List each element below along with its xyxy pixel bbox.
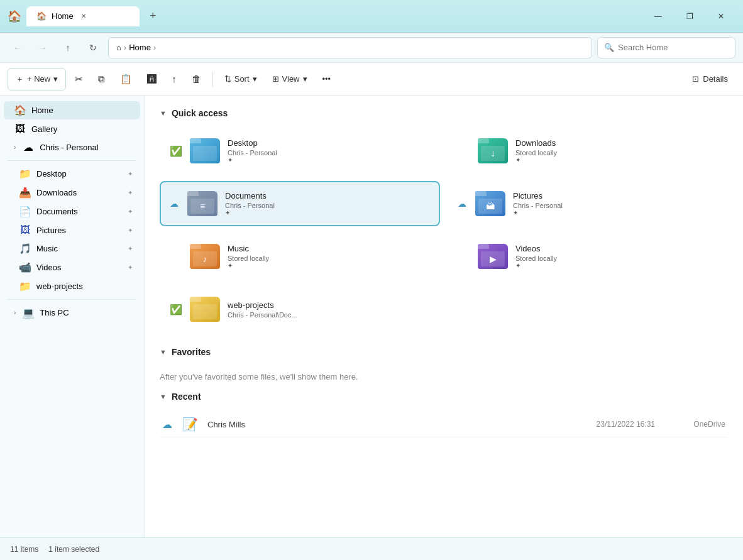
paste-button[interactable]: 📋	[114, 68, 138, 91]
favorites-collapse-icon: ▼	[160, 348, 167, 356]
recent-header[interactable]: ▼ Recent	[160, 392, 728, 402]
collapse-icon: ▼	[160, 109, 167, 117]
desktop-anchor: ✦	[228, 156, 430, 163]
share-icon: ↑	[172, 74, 177, 84]
minimize-button[interactable]: —	[644, 6, 673, 26]
view-dropdown-icon: ▾	[303, 74, 307, 84]
share-button[interactable]: ↑	[165, 68, 183, 91]
refresh-button[interactable]: ↻	[83, 38, 103, 58]
new-button[interactable]: ＋ + New ▾	[8, 68, 66, 91]
toolbar-divider	[212, 72, 213, 87]
up-button[interactable]: ↑	[58, 38, 78, 58]
desktop-folder	[190, 138, 220, 163]
downloads-info: Downloads Stored locally ✦	[515, 138, 718, 163]
delete-icon: 🗑	[192, 74, 201, 84]
file-item-music[interactable]: ♪ Music Stored locally ✦	[160, 234, 440, 279]
breadcrumb-current: Home	[129, 43, 151, 52]
pictures-name: Pictures	[513, 191, 718, 200]
rename-icon: 🅰	[147, 74, 157, 84]
pictures-info: Pictures Chris - Personal ✦	[513, 191, 718, 216]
music-info: Music Stored locally ✦	[228, 244, 430, 269]
rename-button[interactable]: 🅰	[141, 68, 163, 91]
item-count: 11 items	[10, 545, 38, 554]
title-bar: 🏠 🏠 Home ✕ + — ❐ ✕	[0, 0, 743, 33]
maximize-button[interactable]: ❐	[675, 6, 704, 26]
file-item-pictures[interactable]: ☁ 🏔 Pictures Chris - Personal ✦	[448, 181, 728, 226]
app-icon: 🏠	[8, 9, 21, 23]
file-item-videos[interactable]: ▶ Videos Stored locally ✦	[448, 234, 728, 279]
sidebar-item-music[interactable]: 🎵 Music ✦	[9, 239, 140, 258]
sidebar-item-onedrive[interactable]: › ☁ Chris - Personal	[4, 138, 140, 156]
details-button[interactable]: ⊡ Details	[685, 68, 735, 91]
pictures-folder-icon: 🖼	[19, 224, 31, 236]
delete-button[interactable]: 🗑	[185, 68, 207, 91]
videos-folder: ▶	[478, 244, 508, 269]
pinned-items: 📁 Desktop ✦ 📥 Downloads ✦ 📄 Documents ✦ …	[0, 165, 144, 295]
file-item-downloads[interactable]: ↓ Downloads Stored locally ✦	[448, 128, 728, 173]
cloud-icon-recent: ☁	[162, 419, 172, 431]
file-item-desktop[interactable]: ✅ Desktop Chris - Personal ✦	[160, 128, 440, 173]
more-button[interactable]: •••	[316, 68, 338, 91]
sort-icon: ⇅	[224, 74, 231, 84]
active-tab[interactable]: 🏠 Home ✕	[26, 6, 140, 26]
sidebar-item-home[interactable]: 🏠 Home	[4, 101, 140, 119]
tab-title: Home	[52, 11, 74, 21]
documents-info: Documents Chris - Personal ✦	[225, 191, 430, 216]
sidebar-item-webprojects[interactable]: 📁 web-projects	[9, 277, 140, 295]
sidebar-divider-1	[8, 160, 136, 161]
music-folder-icon: 🎵	[19, 243, 31, 255]
desktop-name: Desktop	[228, 138, 430, 148]
back-button[interactable]: ←	[8, 38, 28, 58]
sidebar-item-downloads[interactable]: 📥 Downloads ✦	[9, 184, 140, 202]
pin-icon-videos: ✦	[128, 264, 133, 271]
forward-button[interactable]: →	[33, 38, 53, 58]
pin-icon: ✦	[128, 170, 133, 177]
address-bar: ← → ↑ ↻ ⌂ › Home › 🔍	[0, 33, 743, 63]
search-box[interactable]: 🔍	[597, 37, 735, 58]
cut-button[interactable]: ✂	[69, 68, 89, 91]
sort-button[interactable]: ⇅ Sort ▾	[218, 68, 263, 91]
new-icon: ＋	[16, 74, 24, 85]
pictures-icon-wrap: 🏔	[475, 189, 505, 219]
recent-item-name: Chris Mills	[207, 420, 553, 429]
sidebar-item-videos[interactable]: 📹 Videos ✦	[9, 258, 140, 277]
new-tab-button[interactable]: +	[145, 7, 162, 25]
cloud-icon-documents: ☁	[170, 199, 179, 209]
search-input[interactable]	[618, 43, 729, 52]
content-area: ▼ Quick access ✅ Desktop Chris - Persona…	[145, 96, 743, 537]
documents-icon-wrap: ≡	[187, 189, 217, 219]
copy-button[interactable]: ⧉	[92, 68, 111, 91]
desktop-info: Desktop Chris - Personal ✦	[228, 138, 430, 163]
search-icon: 🔍	[604, 43, 614, 52]
view-button[interactable]: ⊞ View ▾	[266, 68, 314, 91]
paste-icon: 📋	[120, 74, 132, 85]
sidebar-item-gallery[interactable]: 🖼 Gallery	[4, 120, 140, 138]
sidebar-item-documents[interactable]: 📄 Documents ✦	[9, 202, 140, 221]
check-icon-desktop: ✅	[170, 145, 182, 157]
documents-folder: ≡	[187, 191, 217, 216]
file-item-webprojects[interactable]: ✅ web-projects Chris - Personal\Doc...	[160, 287, 440, 332]
downloads-icon-wrap: ↓	[478, 136, 508, 166]
recent-item-chrismills[interactable]: ☁ 📝 Chris Mills 23/11/2022 16:31 OneDriv…	[160, 412, 728, 437]
desktop-folder-icon: 📁	[19, 168, 31, 180]
documents-name: Documents	[225, 191, 430, 200]
desktop-sub: Chris - Personal	[228, 149, 430, 156]
cloud-icon-pictures: ☁	[458, 199, 466, 209]
pin-icon-documents: ✦	[128, 208, 133, 215]
webprojects-folder-icon: 📁	[19, 280, 31, 292]
pictures-sub: Chris - Personal	[513, 202, 718, 209]
recent-collapse-icon: ▼	[160, 393, 167, 400]
breadcrumb[interactable]: ⌂ › Home ›	[108, 37, 592, 58]
pictures-anchor: ✦	[513, 209, 718, 216]
favorites-header[interactable]: ▼ Favorites	[160, 347, 728, 357]
close-button[interactable]: ✕	[707, 6, 735, 26]
sidebar-item-pictures[interactable]: 🖼 Pictures ✦	[9, 221, 140, 239]
sidebar-item-thispc[interactable]: › 💻 This PC	[4, 304, 140, 322]
tab-close-button[interactable]: ✕	[79, 11, 89, 21]
tab-home-icon: 🏠	[36, 11, 47, 21]
sidebar-divider-2	[8, 299, 136, 300]
file-item-documents[interactable]: ☁ ≡ Documents Chris - Personal ✦	[160, 181, 440, 226]
sidebar-item-desktop[interactable]: 📁 Desktop ✦	[9, 165, 140, 183]
quick-access-header[interactable]: ▼ Quick access	[160, 108, 728, 118]
pin-icon-pictures: ✦	[128, 227, 133, 234]
